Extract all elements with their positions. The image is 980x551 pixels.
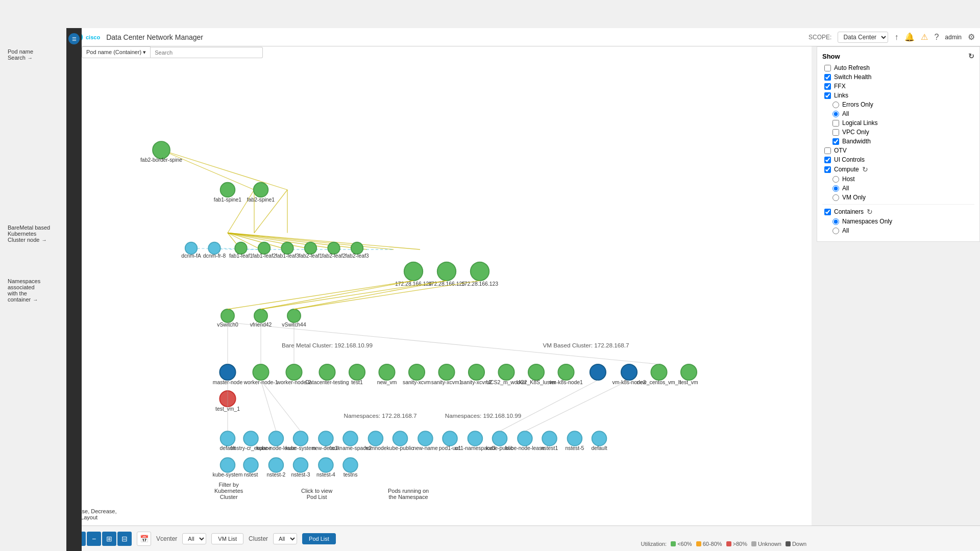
bottom-toolbar: + − ⊞ ⊟ 📅 Vcenter All VM List Cluster Al… [66, 525, 980, 551]
compute-refresh-icon[interactable]: ↻ [862, 165, 868, 173]
sidebar-menu-icon[interactable]: ☰ [68, 33, 80, 44]
svg-point-56 [469, 364, 484, 380]
util-80-dot [696, 541, 701, 546]
svg-point-129 [220, 458, 235, 472]
ffx-checkbox[interactable] [824, 83, 831, 90]
cluster-select[interactable]: All [273, 533, 297, 544]
svg-text:fab2-leaf3: fab2-leaf3 [345, 253, 369, 259]
svg-line-143 [261, 380, 301, 431]
topbar-right: SCOPE: Data Center ↑ 🔔 ⚠ ? admin ⚙ [808, 32, 975, 43]
main-canvas: Bare Metal Cluster: 192.168.10.99 VM Bas… [82, 46, 812, 525]
svg-text:homnode: homnode [364, 445, 387, 451]
svg-point-81 [185, 242, 197, 254]
svg-point-137 [318, 458, 333, 472]
otv-checkbox[interactable] [824, 147, 831, 154]
vm-list-button[interactable]: VM List [211, 533, 243, 544]
svg-line-15 [228, 233, 367, 250]
util-80-item: 60-80% [696, 541, 722, 547]
svg-point-123 [542, 431, 557, 446]
svg-point-62 [558, 364, 574, 380]
annotation-namespaces: Namespaces associated with the container… [8, 278, 40, 303]
map-button[interactable]: ⊟ [117, 532, 132, 546]
svg-point-25 [471, 262, 489, 281]
ui-controls-item: UI Controls [822, 156, 974, 163]
svg-point-60 [528, 364, 544, 380]
calendar-button[interactable]: 📅 [137, 532, 151, 546]
svg-point-38 [219, 364, 235, 380]
switch-health-label: Switch Health [834, 73, 871, 81]
annotation-baremetal: BareMetal based Kubernetes Cluster node→ [8, 224, 50, 243]
fit-layout-button[interactable]: ⊞ [102, 532, 116, 546]
search-bar: Pod name (Container) ▾ [82, 46, 263, 58]
pod-list-button[interactable]: Pod List [302, 533, 336, 544]
search-dropdown[interactable]: Pod name (Container) ▾ [82, 46, 151, 58]
util-80-label: 60-80% [703, 541, 722, 547]
svg-point-113 [418, 431, 433, 446]
svg-text:nstest-3: nstest-3 [291, 472, 310, 478]
compute-label: Compute [834, 166, 859, 173]
svg-point-105 [318, 431, 333, 446]
util-down-dot [786, 541, 791, 546]
ffx-item: FFX [822, 83, 974, 90]
search-dropdown-label: Pod name (Container) ▾ [86, 49, 146, 56]
svg-point-135 [293, 458, 308, 472]
vpc-only-item: VPC Only [822, 129, 974, 136]
host-item: Host [822, 176, 974, 183]
all-compute-radio[interactable] [832, 185, 839, 192]
links-item: Links [822, 92, 974, 99]
panel-refresh-icon[interactable]: ↻ [968, 52, 974, 60]
svg-line-37 [294, 281, 447, 309]
all-links-radio[interactable] [832, 111, 839, 117]
svg-line-145 [525, 380, 629, 431]
compute-item: Compute ↻ [822, 165, 974, 173]
namespaces-only-radio[interactable] [832, 218, 839, 225]
svg-text:fab2-spine1: fab2-spine1 [247, 197, 275, 203]
zoom-out-button[interactable]: − [87, 532, 101, 546]
auto-refresh-item: Auto Refresh [822, 64, 974, 71]
svg-point-127 [592, 431, 607, 446]
all-containers-radio[interactable] [832, 228, 839, 234]
svg-point-93 [328, 242, 339, 254]
svg-point-48 [379, 364, 395, 380]
svg-point-27 [221, 309, 234, 322]
svg-point-133 [269, 458, 284, 472]
svg-point-23 [437, 262, 456, 281]
svg-text:nstest-5: nstest-5 [565, 445, 584, 451]
switch-health-checkbox[interactable] [824, 74, 831, 81]
svg-text:fab1-leaf1: fab1-leaf1 [229, 253, 253, 259]
svg-text:VM Based Cluster: 172.28.168.7: VM Based Cluster: 172.28.168.7 [543, 342, 629, 348]
svg-text:Namespaces: 172.28.168.7: Namespaces: 172.28.168.7 [344, 412, 417, 419]
links-checkbox[interactable] [824, 92, 831, 99]
containers-refresh-icon[interactable]: ↻ [867, 208, 873, 216]
ui-controls-checkbox[interactable] [824, 157, 831, 163]
scope-label: SCOPE: [808, 34, 831, 41]
help-icon[interactable]: ? [934, 33, 939, 42]
links-label: Links [834, 92, 848, 99]
svg-text:fab1-leaf3: fab1-leaf3 [276, 253, 299, 259]
auto-refresh-checkbox[interactable] [824, 65, 831, 71]
vm-only-radio[interactable] [832, 194, 839, 201]
topbar: ≡ cisco Data Center Network Manager SCOP… [66, 28, 980, 46]
all-links-label: All [842, 110, 849, 117]
vpc-only-checkbox[interactable] [832, 129, 839, 136]
bell-icon[interactable]: 🔔 [904, 32, 915, 42]
compute-checkbox[interactable] [824, 166, 831, 173]
scope-select[interactable]: Data Center [838, 32, 888, 43]
vcenter-select[interactable]: All [182, 533, 206, 544]
containers-checkbox[interactable] [824, 209, 831, 215]
bandwidth-checkbox[interactable] [832, 138, 839, 145]
settings-icon[interactable]: ⚙ [968, 32, 975, 42]
svg-text:fab2-border-spine: fab2-border-spine [140, 157, 182, 163]
svg-point-69 [681, 364, 697, 380]
svg-point-67 [651, 364, 667, 380]
app-title: Data Center Network Manager [106, 33, 203, 41]
svg-point-77 [220, 183, 235, 197]
svg-point-64 [590, 364, 606, 380]
errors-only-radio[interactable] [832, 102, 839, 108]
logical-links-checkbox[interactable] [832, 120, 839, 127]
search-input[interactable] [151, 47, 263, 58]
util-unknown-label: Unknown [758, 541, 781, 547]
svg-text:new-name: new-name [413, 445, 438, 451]
svg-text:testns: testns [344, 472, 358, 478]
host-radio[interactable] [832, 176, 839, 183]
